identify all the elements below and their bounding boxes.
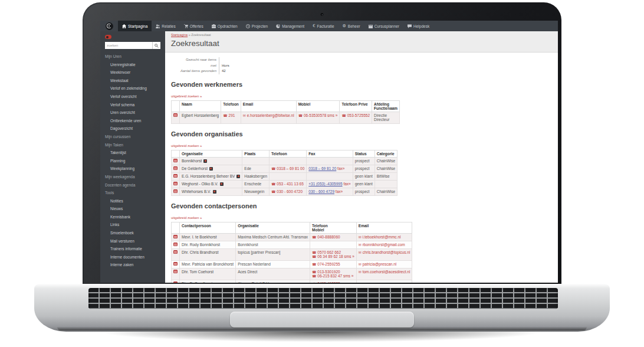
sidebar-item-smoelenboek[interactable]: Smoelenboek	[100, 229, 165, 237]
phone-link[interactable]: 0495-462233	[317, 281, 340, 283]
nav-item-helpdesk[interactable]: Helpdesk	[403, 21, 433, 31]
sidebar-item-weekplanning[interactable]: Weekplanning	[100, 165, 165, 173]
phone-link[interactable]: 030 - 600 4720	[277, 189, 303, 194]
detail-grid-icon[interactable]	[173, 113, 178, 117]
detail-grid-icon[interactable]	[173, 174, 178, 178]
email-link[interactable]: i.teboekhorst@mmc.nl	[363, 235, 401, 239]
nav-item-relaties[interactable]: Relaties	[152, 21, 179, 31]
category: ChainWise	[374, 188, 397, 195]
sidebar-item-links[interactable]: Links	[100, 221, 165, 229]
phone-link[interactable]: 040-8888060	[317, 235, 340, 239]
sidebar-item-kennisbank[interactable]: Kennisbank	[100, 213, 165, 221]
sidebar-item-urenregistratie[interactable]: Urenregistratie	[100, 61, 165, 69]
email-link[interactable]: e.horsselenberg@bitwise.nl	[247, 113, 294, 117]
nav-item-management[interactable]: Management	[272, 21, 308, 31]
detail-grid-icon[interactable]	[173, 166, 178, 170]
column-header: TelefoonMobiel	[310, 222, 357, 233]
detail-grid-icon[interactable]	[173, 281, 178, 283]
sidebar-toggle-icon[interactable]	[105, 35, 111, 39]
detail-grid-icon[interactable]	[173, 189, 178, 193]
breadcrumb-home-link[interactable]: Startpagina	[171, 33, 188, 37]
fax-suffix-link[interactable]: fax»	[337, 166, 344, 171]
chainwise-logo[interactable]	[100, 21, 118, 31]
detail-grid-icon[interactable]	[173, 159, 178, 162]
sidebar-item-interne-zaken[interactable]: Interne zaken	[100, 261, 165, 269]
email-link[interactable]: rbonnikhorst@gmail.com	[363, 243, 405, 247]
private-phone-link[interactable]: 053-5725552	[347, 113, 370, 117]
sidebar-item-trainers-informatie[interactable]: Trainers informatie	[100, 245, 165, 253]
contact-organisation: Abacus Retail B.V.	[236, 280, 310, 283]
sidebar-item-ontbrekende-uren[interactable]: Ontbrekende uren	[100, 117, 165, 125]
fax-link[interactable]: 0318 – 69 81 20	[308, 166, 336, 171]
contact-organisation: topicus [partner Prescan]	[236, 248, 310, 260]
detail-grid-icon[interactable]	[173, 270, 178, 273]
detail-grid-icon[interactable]	[173, 235, 178, 238]
sidebar-item-tools[interactable]: Tools	[100, 189, 165, 197]
nav-item-cursusplanner[interactable]: Cursusplanner	[364, 21, 403, 31]
uitgebreid-zoeken-link[interactable]: uitgebreid zoeken »	[171, 216, 202, 220]
sidebar-item-planning[interactable]: Planning	[100, 157, 165, 165]
route-icon[interactable]	[213, 190, 216, 194]
fax-link[interactable]: 030 - 600 4729	[308, 189, 334, 194]
section-contactpersonen: Gevonden contactpersonen uitgebreid zoek…	[171, 202, 553, 283]
phone-link[interactable]: 291	[229, 113, 235, 117]
sidebar-item-nieuws[interactable]: Nieuws	[100, 205, 165, 213]
nav-item-beheer[interactable]: ⚙ Beheer	[339, 21, 364, 31]
summary-label: Gezocht naar items	[171, 57, 219, 63]
nav-item-offertes[interactable]: Offertes	[180, 21, 208, 31]
mobile-link[interactable]: 06-53530578	[304, 113, 326, 117]
laptop-keyboard	[88, 288, 558, 309]
route-icon[interactable]	[236, 175, 240, 178]
sidebar-item-mijn-cursussen[interactable]: Mijn cursussen	[100, 133, 165, 141]
sidebar-item-verlof-schema[interactable]: Verlof schema	[100, 101, 165, 109]
detail-grid-icon[interactable]	[173, 250, 178, 254]
nav-item-startpagina[interactable]: Startpagina	[118, 21, 152, 31]
route-icon[interactable]	[203, 159, 207, 163]
sidebar-item-verlof-en-ziekmelding[interactable]: Verlof en ziekmelding	[100, 84, 165, 93]
nav-item-facturatie[interactable]: € Facturatie	[308, 21, 338, 31]
sms-link[interactable]: sms »	[327, 113, 337, 117]
phone-link[interactable]: 013-5301920	[317, 270, 340, 274]
email-link[interactable]: patricia@prescan.nl	[363, 262, 397, 266]
uitgebreid-zoeken-link[interactable]: uitgebreid zoeken »	[171, 144, 202, 148]
nav-item-projecten[interactable]: Projecten	[242, 21, 272, 31]
organisation-name: Bonnikhorst	[182, 159, 202, 163]
email-link[interactable]: chris.brandhorst@topicus.nl	[363, 250, 410, 254]
fax-suffix-link[interactable]: fax»	[343, 182, 350, 186]
werknemers-table: Naam Telefoon Email Mobiel Telefoon Priv…	[171, 100, 400, 124]
sidebar-item-mijn-uren[interactable]: Mijn Uren	[100, 53, 165, 61]
route-icon[interactable]	[220, 182, 224, 186]
sidebar-item-dagoverzicht[interactable]: Dagoverzicht	[100, 125, 165, 133]
fax-link[interactable]: +31 (053) -4305995	[308, 182, 342, 186]
sms-link[interactable]: sms »	[343, 274, 353, 278]
sidebar-item-notities[interactable]: Notities	[100, 197, 165, 205]
phone-link[interactable]: 0318 – 69 81 00	[277, 166, 304, 171]
detail-grid-icon[interactable]	[173, 182, 178, 185]
uitgebreid-zoeken-link[interactable]: uitgebreid zoeken »	[171, 94, 202, 98]
sidebar-item-takenlijst[interactable]: Takenlijst	[100, 149, 165, 157]
sidebar-item-docenten-agenda[interactable]: Docenten agenda	[100, 181, 165, 189]
nav-item-opdrachten[interactable]: Opdrachten	[208, 21, 242, 31]
fax-suffix-link[interactable]: fax»	[336, 189, 343, 194]
phone-link[interactable]: 0570 662 662	[317, 250, 341, 254]
sidebar-item-uren-overzicht[interactable]: Uren overzicht	[100, 109, 165, 117]
phone-link[interactable]: 074-2559255	[317, 262, 340, 266]
sidebar-item-verlof-overzicht[interactable]: Verlof overzicht	[100, 93, 165, 101]
sidebar-item-interne-documenten[interactable]: Interne documenten	[100, 253, 165, 261]
detail-grid-icon[interactable]	[173, 262, 178, 266]
search-button[interactable]	[152, 42, 160, 49]
table-header-row: Naam Telefoon Email Mobiel Telefoon Priv…	[172, 100, 400, 112]
mobile-link[interactable]: 06 34 89 62 18	[317, 254, 343, 258]
sidebar-item-mijn-weekagenda[interactable]: Mijn weekagenda	[100, 173, 165, 181]
search-input[interactable]	[105, 42, 152, 49]
sidebar-item-weekstaat[interactable]: Weekstaat	[100, 77, 165, 85]
sidebar-item-mijn-taken[interactable]: Mijn Taken	[100, 141, 165, 149]
route-icon[interactable]	[209, 167, 213, 171]
sidebar-item-mail-versturen[interactable]: Mail versturen	[100, 237, 165, 245]
sms-link[interactable]: sms »	[344, 254, 354, 258]
sidebar-item-weekinvoer[interactable]: Weekinvoer	[100, 68, 165, 77]
detail-grid-icon[interactable]	[173, 243, 178, 246]
email-link[interactable]: tom.coehorst@acesdirect.nl	[363, 270, 410, 274]
mobile-link[interactable]: 06-215 832 47	[317, 274, 342, 278]
phone-link[interactable]: 053 - 431 13 65	[277, 182, 304, 186]
